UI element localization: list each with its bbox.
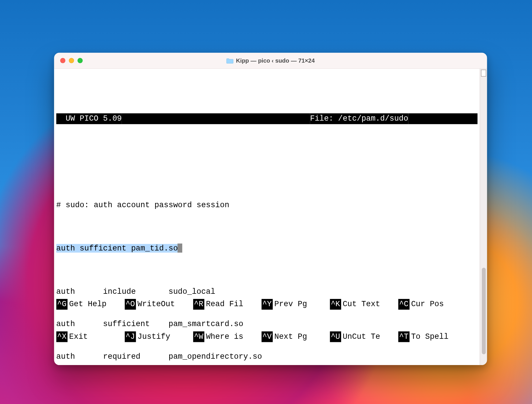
window-traffic-lights [54,58,83,63]
menu-get-help[interactable]: ^GGet Help [56,299,125,310]
menu-where-is[interactable]: ^WWhere is [193,331,262,342]
close-button[interactable] [60,58,65,63]
window-title: Kipp — pico ‹ sudo — 71×24 [236,57,315,64]
menu-cut-text[interactable]: ^KCut Text [330,299,398,310]
vertical-scrollbar[interactable] [480,69,487,365]
file-line-comment: # sudo: auth account password session [56,200,477,211]
file-line-highlighted: auth sufficient pam_tid.so [56,243,477,254]
folder-icon [226,58,233,63]
text-cursor [177,244,182,253]
terminal-window: Kipp — pico ‹ sudo — 71×24 UW PICO 5.09 … [54,53,487,365]
pico-file-label: File: /etc/pam.d/sudo [310,114,408,123]
minimize-button[interactable] [69,58,74,63]
menu-writeout[interactable]: ^OWriteOut [125,299,193,310]
menu-prev-pg[interactable]: ^YPrev Pg [261,299,330,310]
pico-app-name: UW PICO 5.09 [66,114,122,123]
scroll-thumb[interactable] [482,268,486,354]
menu-next-pg[interactable]: ^VNext Pg [261,331,330,342]
menu-exit[interactable]: ^XExit [56,331,125,342]
menu-justify[interactable]: ^JJustify [125,331,193,342]
pico-header-bar: UW PICO 5.09 File: /etc/pam.d/sudo [56,113,477,124]
menu-to-spell[interactable]: ^TTo Spell [398,331,467,342]
window-titlebar: Kipp — pico ‹ sudo — 71×24 [54,53,487,69]
menu-read-file[interactable]: ^RRead Fil [193,299,262,310]
menu-uncut[interactable]: ^UUnCut Te [330,331,398,342]
pico-shortcut-menu: ^GGet Help ^OWriteOut ^RRead Fil ^YPrev … [56,277,477,364]
terminal-viewport[interactable]: UW PICO 5.09 File: /etc/pam.d/sudo # sud… [54,69,479,365]
scroll-indicator-icon [481,70,486,76]
menu-cur-pos[interactable]: ^CCur Pos [398,299,467,310]
maximize-button[interactable] [77,58,83,63]
